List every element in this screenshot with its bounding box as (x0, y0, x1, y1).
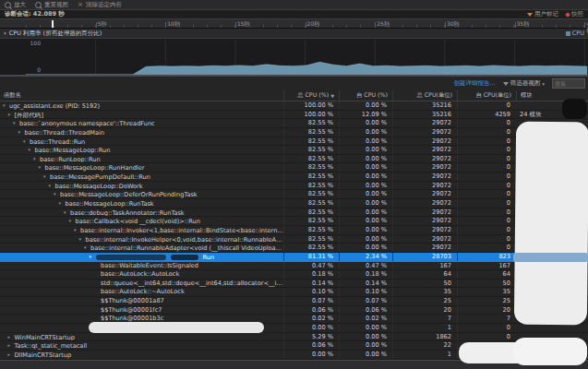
table-row[interactable]: base::AutoLock::~AutoLock0.10 %0.10 %353… (0, 288, 588, 297)
function-name: [外部代码] (15, 111, 44, 118)
expand-icon[interactable]: ▸ (8, 333, 15, 341)
top-toolbar: 放大 重置视图 × 清除选定内容 (0, 0, 588, 10)
self-cpu-units: 0 (457, 208, 516, 217)
function-name: base::RunLoop::Run (40, 155, 101, 162)
function-name-cell: ▾base::Thread::ThreadMain (0, 128, 283, 137)
self-cpu-units: 0 (457, 182, 516, 190)
timeline-ruler[interactable]: 5秒10秒15秒20秒25秒30秒35秒40秒 (0, 18, 588, 29)
table-row-selected[interactable]: ▾Run81.31 %2.34 %28703823 (0, 253, 588, 262)
clear-selection-label: 清除选定内容 (86, 1, 122, 9)
collapse-icon[interactable]: ▾ (8, 111, 15, 119)
collapse-icon[interactable]: ▾ (18, 128, 25, 137)
module (516, 324, 588, 332)
collapse-icon[interactable]: ▾ (74, 226, 80, 234)
session-bar: 诊断会话: 42.089 秒 用户标记 快照 (0, 10, 588, 18)
table-row[interactable]: ▾base::Callback<void __cdecl(void)>::Run… (0, 217, 588, 226)
collapse-icon[interactable]: ▾ (69, 217, 76, 225)
table-row[interactable]: ▾base::RunLoop::Run82.55 %0.00 %290720 (0, 155, 588, 164)
cpu-utilization-graph[interactable]: 100 0 (0, 39, 588, 77)
self-cpu-pct: 0.18 % (339, 270, 392, 279)
column-header-total-cpu-pct[interactable]: 总 CPU (%) ▼ (283, 90, 339, 101)
self-cpu-pct: 2.34 % (339, 253, 392, 261)
table-row[interactable]: ▾base::Thread::Run82.55 %0.00 %290720 (0, 137, 588, 147)
table-row[interactable]: $$Thunk@00001a870.07 %0.07 %2525 (0, 297, 588, 306)
table-row[interactable]: ▾base::MessageLoop::RunTask82.55 %0.00 %… (0, 199, 588, 208)
total-cpu-units: 29072 (392, 235, 457, 244)
filter-view-dropdown[interactable]: 筛选器视图 ▾ (503, 79, 545, 88)
table-row[interactable]: $$Thunk@00001fc70.06 %0.06 %2020 (0, 306, 588, 315)
timeline-position-marker[interactable] (52, 20, 54, 28)
collapse-icon[interactable]: ▾ (54, 190, 60, 198)
search-input[interactable] (552, 78, 585, 89)
collapse-icon[interactable]: ▾ (13, 119, 19, 127)
sort-desc-icon: ▼ (330, 93, 334, 99)
table-row[interactable]: base::WaitableEvent::IsSignaled0.47 %0.4… (0, 262, 588, 271)
collapse-icon[interactable]: ▾ (29, 146, 35, 154)
self-cpu-pct: 0.00 % (339, 128, 392, 137)
reset-view-label: 重置视图 (44, 1, 68, 9)
total-cpu-pct: 82.55 % (283, 244, 339, 252)
table-header: 函数名 总 CPU (%) ▼ 自 CPU (%) 总 CPU(单位) 自 CP… (0, 90, 588, 101)
expand-icon[interactable]: ▸ (8, 341, 15, 350)
total-cpu-units: 1 (392, 351, 457, 359)
cpu-section-header[interactable]: ▾ CPU 利用率 (所有处理器的百分比) CPU (0, 29, 588, 39)
collapse-icon[interactable]: ▾ (43, 173, 50, 181)
collapse-icon[interactable]: ▾ (84, 244, 90, 252)
reset-view-button[interactable]: 重置视图 (35, 1, 68, 9)
function-name: $$Thunk@00001fc7 (101, 306, 162, 314)
table-row[interactable]: ▾ugc_assistant.exe (PID: 5192)100.00 %0.… (0, 101, 588, 111)
section-collapse-icon[interactable]: ▾ (4, 30, 6, 36)
self-cpu-pct: 0.00 % (339, 101, 392, 110)
function-name-cell: ▾base::MessageLoop::RunTask (0, 199, 283, 208)
total-cpu-pct: 0.07 % (283, 297, 339, 305)
collapse-icon[interactable]: ▾ (64, 208, 70, 217)
table-row[interactable]: ▾base::Thread::ThreadMain82.55 %0.00 %29… (0, 128, 588, 137)
expand-icon[interactable]: ▸ (8, 351, 15, 359)
table-row[interactable]: ▾base::MessageLoop::DoWork82.55 %0.00 %2… (0, 182, 588, 191)
total-cpu-pct: 0.00 % (283, 351, 339, 359)
collapse-icon[interactable]: ▾ (23, 137, 30, 146)
collapse-icon[interactable]: ▾ (90, 253, 96, 261)
total-cpu-pct: 82.55 % (283, 173, 339, 181)
function-name-cell: ▸WinMainCRTStartup (0, 333, 283, 341)
clear-selection-button[interactable]: × 清除选定内容 (78, 1, 122, 9)
collapse-icon[interactable]: ▾ (33, 155, 40, 163)
table-row[interactable]: ▾base::MessageLoop::Run82.55 %0.00 %2907… (0, 146, 588, 155)
table-row[interactable]: ▾base::internal::Invoker<1,base::interna… (0, 226, 588, 235)
total-cpu-pct: 82.55 % (283, 199, 339, 208)
table-row[interactable]: ▾base::internal::RunnableAdapter<void (_… (0, 244, 588, 253)
table-row[interactable]: std::queue<__int64,std::deque<__int64,st… (0, 280, 588, 289)
self-cpu-units: 823 (457, 253, 516, 261)
table-row[interactable]: $$Thunk@00001b3c0.02 %0.02 %77 (0, 315, 588, 324)
table-row[interactable]: base::AutoLock::AutoLock0.18 %0.18 %6464 (0, 270, 588, 280)
zoom-in-button[interactable]: 放大 (5, 1, 26, 9)
collapse-icon[interactable]: ▾ (3, 101, 9, 110)
column-header-total-cpu-units[interactable]: 总 CPU(单位) (392, 90, 457, 101)
column-header-self-cpu-pct[interactable]: 自 CPU (%) (339, 90, 392, 101)
column-header-self-cpu-units[interactable]: 自 CPU(单位) (457, 90, 516, 101)
table-row[interactable]: ▾base::debug::TaskAnnotator::RunTask82.5… (0, 208, 588, 218)
total-cpu-pct: 82.55 % (283, 217, 339, 225)
tick-mark (584, 22, 585, 28)
y-axis-min-label: 0 (0, 66, 41, 73)
function-name-cell: ▾[外部代码] (0, 111, 283, 119)
total-cpu-units: 29072 (392, 217, 457, 225)
create-detailed-report-link[interactable]: 创建详细报告... (454, 79, 496, 88)
table-row[interactable]: ▾base::MessageLoop::DeferOrRunPendingTas… (0, 190, 588, 199)
collapse-icon[interactable]: ▾ (49, 182, 55, 190)
collapse-icon[interactable]: ▾ (59, 199, 66, 208)
tick-label: 5秒 (98, 20, 107, 29)
table-row[interactable]: ▾base::MessageLoop::RunHandler82.55 %0.0… (0, 163, 588, 173)
column-header-function-name[interactable]: 函数名 (0, 90, 283, 101)
table-row[interactable]: ▸WinMainCRTStartup5.29 %0.00 %18620 (0, 333, 588, 342)
collapse-icon[interactable]: ▾ (39, 163, 45, 172)
cpu-series-swatch-icon (566, 31, 570, 36)
function-name-cell: ▾base::internal::InvokeHelper<0,void,bas… (0, 235, 283, 244)
function-name-cell: base::WaitableEvent::IsSignaled (0, 262, 283, 270)
collapse-icon[interactable]: ▾ (79, 235, 86, 244)
table-row[interactable]: ▾base::internal::InvokeHelper<0,void,bas… (0, 235, 588, 244)
table-row[interactable]: ▾[外部代码]100.00 %12.09 %35216425924 模块 (0, 111, 588, 120)
table-row[interactable]: ▾base::`anonymous namespace'::ThreadFunc… (0, 119, 588, 128)
self-cpu-pct: 0.47 % (339, 262, 392, 270)
table-row[interactable]: ▾base::MessagePumpDefault::Run82.55 %0.0… (0, 173, 588, 182)
